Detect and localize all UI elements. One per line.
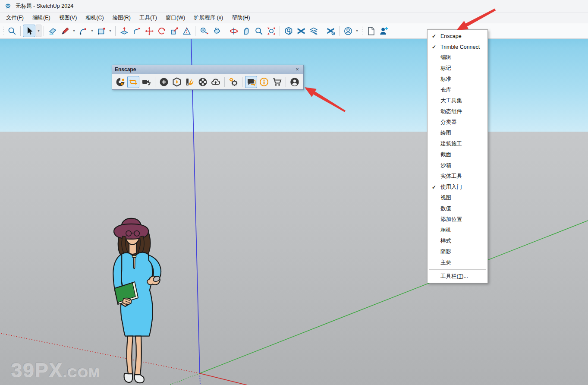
context-menu-item-建筑施工[interactable]: 建筑施工: [428, 139, 487, 149]
context-menu-item-enscape[interactable]: ✓Enscape: [428, 31, 487, 41]
rectangle-tool-button[interactable]: [95, 25, 107, 37]
pushpull-tool-button[interactable]: [118, 25, 130, 37]
context-menu-item-相机[interactable]: 相机: [428, 225, 487, 236]
enscape-material-editor-button[interactable]: [171, 76, 183, 88]
enscape-upload-management-button[interactable]: [210, 76, 222, 88]
enscape-account-button[interactable]: [289, 76, 301, 88]
context-menu-item-主要[interactable]: 主要: [428, 257, 487, 268]
enscape-toolbar: Enscape ×: [112, 65, 304, 90]
menubar-item-3[interactable]: 相机(C): [81, 13, 108, 23]
enscape-settings-button[interactable]: [227, 76, 239, 88]
enscape-asset-library-button[interactable]: [197, 76, 209, 88]
rotate-tool-icon: [157, 26, 167, 36]
context-menu-item-大工具集[interactable]: 大工具集: [428, 95, 487, 106]
context-menu-item-实体工具[interactable]: 实体工具: [428, 171, 487, 182]
zoom-tool-button[interactable]: [252, 25, 265, 37]
enscape-live-updates-button[interactable]: [127, 76, 139, 88]
enscape-upload-management-icon: [211, 77, 221, 87]
sketchup-logo-icon: [4, 3, 12, 10]
context-menu-item-label: 建筑施工: [440, 140, 487, 148]
context-menu-item-阴影[interactable]: 阴影: [428, 246, 487, 257]
toolbar-grip-handle[interactable]: [361, 26, 363, 36]
context-menu-item-使用入门[interactable]: ✓使用入门: [428, 182, 487, 192]
context-menu-item-动态组件[interactable]: 动态组件: [428, 106, 487, 117]
account-button[interactable]: [342, 25, 354, 37]
paint-bucket-tool-button[interactable]: [210, 25, 223, 37]
3d-warehouse-button[interactable]: [282, 25, 295, 37]
enscape-store-button[interactable]: [271, 76, 283, 88]
context-menu-item-标准[interactable]: 标准: [428, 74, 487, 85]
context-menu-item-label: 视图: [440, 194, 487, 202]
toolbars-context-menu: ✓Enscape✓Trimble Connect编辑标记标准仓库大工具集动态组件…: [427, 29, 488, 283]
enscape-create-view-button[interactable]: [158, 76, 170, 88]
enscape-start-button[interactable]: [114, 76, 126, 88]
extension-warehouse-button[interactable]: [295, 25, 307, 37]
rectangle-tool-icon: [97, 26, 106, 36]
context-menu-item-截面[interactable]: 截面: [428, 149, 487, 160]
zoom-search-tool-button[interactable]: [6, 25, 18, 37]
followme-tool-button[interactable]: [130, 25, 143, 37]
enscape-toolbar-close-icon[interactable]: ×: [294, 66, 301, 73]
context-menu-item-仓库[interactable]: 仓库: [428, 85, 487, 95]
rectangle-tool-dropdown[interactable]: ▾: [107, 25, 113, 37]
arc-tool-dropdown[interactable]: ▾: [89, 25, 95, 37]
rotate-tool-button[interactable]: [155, 25, 168, 37]
toolbar-separator: [115, 26, 116, 36]
enscape-toolbar-titlebar[interactable]: Enscape ×: [112, 65, 303, 74]
enscape-about-button[interactable]: [258, 76, 270, 88]
enscape-sync-view-button[interactable]: [140, 76, 152, 88]
new-model-button[interactable]: [365, 25, 377, 37]
context-menu-item-样式[interactable]: 样式: [428, 236, 487, 246]
arc-tool-button[interactable]: [77, 25, 89, 37]
enscape-feedback-button[interactable]: [245, 76, 257, 88]
context-menu-item-label: 数值: [440, 205, 487, 212]
eraser-tool-button[interactable]: [46, 25, 59, 37]
menubar-item-2[interactable]: 视图(V): [55, 13, 82, 23]
context-menu-item-分类器[interactable]: 分类器: [428, 117, 487, 128]
context-menu-item-数值[interactable]: 数值: [428, 203, 487, 214]
context-menu-item-toolbars[interactable]: 工具栏(T)...: [428, 271, 487, 282]
pan-tool-button[interactable]: [240, 25, 252, 37]
zoom-extents-tool-button[interactable]: [265, 25, 277, 37]
toolbar-separator: [286, 77, 286, 87]
context-menu-item-编辑[interactable]: 编辑: [428, 52, 487, 63]
context-menu-item-label: 相机: [440, 227, 487, 234]
enscape-asset-library-icon: [198, 77, 208, 87]
toolbar-separator: [195, 26, 195, 36]
tape-measure-tool-button[interactable]: [198, 25, 210, 37]
model-viewport[interactable]: 39PX.COM: [0, 39, 588, 385]
dimension-tool-button[interactable]: [180, 25, 193, 37]
extension-manager-button[interactable]: [324, 25, 337, 37]
context-menu-item-label: 动态组件: [440, 108, 487, 115]
scale-tool-button[interactable]: [168, 25, 180, 37]
context-menu-item-绘图[interactable]: 绘图: [428, 128, 487, 139]
menubar-item-6[interactable]: 窗口(W): [161, 13, 189, 23]
send-to-layout-button[interactable]: [307, 25, 320, 37]
menubar-item-7[interactable]: 扩展程序 (x): [189, 13, 227, 23]
context-menu-item-trimble-connect[interactable]: ✓Trimble Connect: [428, 41, 487, 52]
toolbar-grip-handle[interactable]: [2, 26, 4, 36]
context-menu-item-label: 编辑: [440, 54, 487, 61]
move-tool-button[interactable]: [143, 25, 155, 37]
context-menu-item-label: 添加位置: [440, 216, 487, 223]
menubar-item-8[interactable]: 帮助(H): [227, 13, 254, 23]
enscape-material-library-button[interactable]: [184, 76, 196, 88]
scale-tool-icon: [170, 26, 179, 36]
menubar-item-4[interactable]: 绘图(R): [108, 13, 135, 23]
menubar-item-5[interactable]: 工具(T): [135, 13, 161, 23]
menubar-item-0[interactable]: 文件(F): [2, 13, 28, 23]
context-menu-item-沙箱[interactable]: 沙箱: [428, 160, 487, 171]
line-tool-dropdown[interactable]: ▾: [71, 25, 77, 37]
context-menu-item-标记[interactable]: 标记: [428, 63, 487, 74]
line-tool-button[interactable]: [59, 25, 71, 37]
eraser-tool-icon: [48, 26, 57, 36]
add-collaborator-button[interactable]: [377, 25, 390, 37]
menubar-item-1[interactable]: 编辑(E): [28, 13, 55, 23]
context-menu-item-添加位置[interactable]: 添加位置: [428, 214, 487, 225]
account-dropdown[interactable]: ▾: [354, 25, 360, 37]
context-menu-item-视图[interactable]: 视图: [428, 192, 487, 203]
select-tool-dropdown[interactable]: ▾: [36, 25, 41, 37]
add-collaborator-icon: [379, 26, 388, 36]
select-tool-button[interactable]: [23, 25, 35, 37]
orbit-tool-button[interactable]: [227, 25, 240, 37]
